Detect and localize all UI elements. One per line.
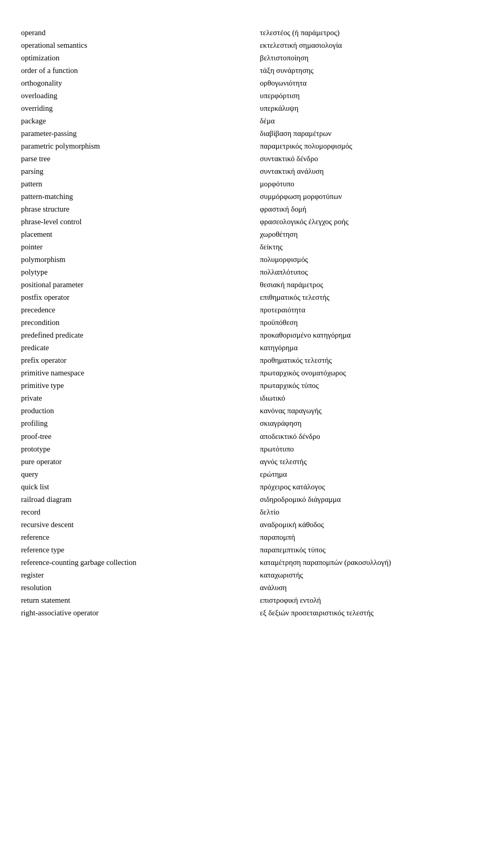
list-item: quick list	[21, 481, 244, 492]
term-label: parsing	[21, 166, 44, 177]
translation-label: υπερφόρτιση	[260, 90, 300, 101]
list-item: δελτίο	[260, 507, 483, 518]
list-item: profiling	[21, 418, 244, 429]
list-item: recursive descent	[21, 519, 244, 530]
list-item: query	[21, 469, 244, 480]
translation-label: επιθηματικός τελεστής	[260, 292, 330, 303]
term-label: private	[21, 393, 42, 404]
term-label: phrase structure	[21, 204, 69, 215]
term-label: reference-counting garbage collection	[21, 557, 136, 568]
list-item: προκαθορισμένο κατηγόρημα	[260, 330, 483, 341]
term-label: profiling	[21, 418, 48, 429]
list-item: καταμέτρηση παραπομπών (ρακοσυλλογή)	[260, 557, 483, 568]
list-item: σκιαγράφηση	[260, 418, 483, 429]
translation-label: διαβίβαση παραμέτρων	[260, 128, 331, 139]
list-item: παραπεμπτικός τύπος	[260, 544, 483, 555]
list-item: παραπομπή	[260, 532, 483, 543]
translation-label: πολλαπλότυπος	[260, 267, 308, 278]
term-label: operand	[21, 27, 46, 38]
term-label: prefix operator	[21, 355, 67, 366]
term-label: operational semantics	[21, 40, 87, 51]
translation-label: ανάλυση	[260, 582, 287, 593]
list-item: αποδεικτικό δένδρο	[260, 431, 483, 442]
translation-label: παραπεμπτικός τύπος	[260, 544, 326, 555]
list-item: resolution	[21, 582, 244, 593]
translation-label: προκαθορισμένο κατηγόρημα	[260, 330, 351, 341]
list-item: κατηγόρημα	[260, 342, 483, 353]
list-item: pattern	[21, 179, 244, 190]
term-label: positional parameter	[21, 279, 83, 290]
list-item: pattern-matching	[21, 191, 244, 202]
list-item: φραστική δομή	[260, 204, 483, 215]
translation-label: σκιαγράφηση	[260, 418, 301, 429]
term-label: prototype	[21, 444, 50, 455]
list-item: pure operator	[21, 456, 244, 467]
list-item: πρόχειρος κατάλογος	[260, 481, 483, 492]
list-item: επιθηματικός τελεστής	[260, 292, 483, 303]
list-item: συντακτικό δένδρο	[260, 153, 483, 164]
translation-label: δέμα	[260, 116, 275, 127]
translation-label: παραπομπή	[260, 532, 295, 543]
list-item: σιδηροδρομικό διάγραμμα	[260, 494, 483, 505]
term-label: reference	[21, 532, 49, 543]
term-label: query	[21, 469, 38, 480]
list-item: operand	[21, 27, 244, 38]
list-item: επιστροφική εντολή	[260, 595, 483, 606]
list-item: parsing	[21, 166, 244, 177]
list-item: προθηματικός τελεστής	[260, 355, 483, 366]
translation-label: συντακτική ανάλυση	[260, 166, 324, 177]
list-item: predicate	[21, 342, 244, 353]
list-item: private	[21, 393, 244, 404]
list-item: μορφότυπο	[260, 179, 483, 190]
term-label: record	[21, 507, 40, 518]
glossary-columns: operandoperational semanticsoptimization…	[21, 27, 483, 620]
list-item: πολυμορφισμός	[260, 254, 483, 265]
list-item: package	[21, 116, 244, 127]
list-item: καταχωριστής	[260, 570, 483, 581]
translation-label: θεσιακή παράμετρος	[260, 279, 323, 290]
list-item: υπερκάλυψη	[260, 103, 483, 114]
term-label: optimization	[21, 53, 59, 64]
translation-label: αποδεικτικό δένδρο	[260, 431, 320, 442]
term-label: railroad diagram	[21, 494, 71, 505]
list-item: parse tree	[21, 153, 244, 164]
translation-label: παραμετρικός πολυμορφισμός	[260, 141, 352, 152]
translation-label: πρόχειρος κατάλογος	[260, 481, 325, 492]
term-label: pattern-matching	[21, 191, 73, 202]
list-item: θεσιακή παράμετρος	[260, 279, 483, 290]
list-item: πρωτότυπο	[260, 444, 483, 455]
term-label: predefined predicate	[21, 330, 83, 341]
translation-label: επιστροφική εντολή	[260, 595, 321, 606]
translation-label: δείκτης	[260, 242, 282, 253]
terms-column: operandoperational semanticsoptimization…	[21, 27, 244, 620]
list-item: εκτελεστική σημασιολογία	[260, 40, 483, 51]
translation-label: αγνός τελεστής	[260, 456, 307, 467]
list-item: reference-counting garbage collection	[21, 557, 244, 568]
list-item: τάξη συνάρτησης	[260, 65, 483, 76]
list-item: προϋπόθεση	[260, 317, 483, 328]
translation-label: καταχωριστής	[260, 570, 303, 581]
list-item: εξ δεξιών προσεταιριστικός τελεστής	[260, 607, 483, 619]
translation-label: συντακτικό δένδρο	[260, 153, 318, 164]
term-label: proof-tree	[21, 431, 51, 442]
list-item: ιδιωτικό	[260, 393, 483, 404]
list-item: ερώτημα	[260, 469, 483, 480]
term-label: right-associative operator	[21, 607, 99, 619]
term-label: parse tree	[21, 153, 50, 164]
term-label: parameter-passing	[21, 128, 77, 139]
translation-label: προθηματικός τελεστής	[260, 355, 332, 366]
term-label: predicate	[21, 342, 49, 353]
term-label: placement	[21, 229, 52, 240]
list-item: polytype	[21, 267, 244, 278]
translation-label: προϋπόθεση	[260, 317, 298, 328]
term-label: production	[21, 405, 54, 416]
translation-label: σιδηροδρομικό διάγραμμα	[260, 494, 341, 505]
translation-label: προτεραιότητα	[260, 305, 306, 316]
list-item: record	[21, 507, 244, 518]
list-item: optimization	[21, 53, 244, 64]
term-label: register	[21, 570, 44, 581]
term-label: reference type	[21, 544, 65, 555]
list-item: right-associative operator	[21, 607, 244, 619]
translation-label: μορφότυπο	[260, 179, 294, 190]
term-label: orthogonality	[21, 78, 62, 89]
